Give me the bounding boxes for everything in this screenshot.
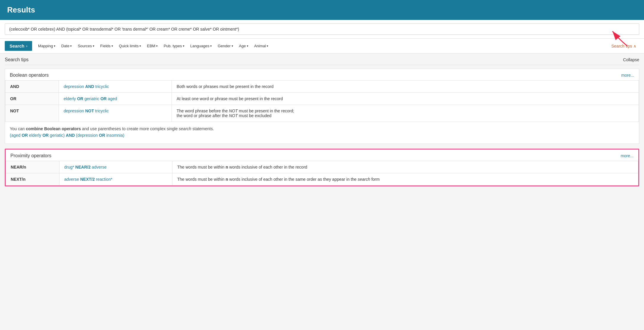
example-and: depression AND tricyclic (59, 81, 172, 93)
content-area: Search tips Collapse Boolean operators m… (0, 54, 644, 186)
example-near: drug* NEAR/2 adverse (59, 161, 172, 173)
table-row: NEXT/n adverse NEXT/2 reaction* The word… (6, 173, 638, 185)
proximity-more-link[interactable]: more... (621, 153, 634, 158)
languages-caret: ▾ (210, 44, 212, 48)
description-and: Both words or phrases must be present in… (172, 81, 639, 93)
operator-not: NOT (5, 105, 59, 122)
collapse-button[interactable]: Collapse (623, 57, 639, 62)
header-bar: Results (0, 0, 644, 20)
boolean-section-title: Boolean operators (10, 73, 49, 78)
description-next: The words must be within n words inclusi… (172, 173, 638, 185)
search-bar-container (0, 20, 644, 39)
page-title: Results (7, 5, 637, 15)
toolbar-gender[interactable]: Gender ▾ (215, 42, 235, 50)
example-or: elderly OR geriatric OR aged (59, 93, 172, 105)
pubtypes-caret: ▾ (183, 44, 184, 48)
age-label: Age (239, 44, 246, 48)
toolbar-right: Search tips ∧ (611, 44, 639, 48)
animal-caret: ▾ (267, 44, 268, 48)
search-tips-section-title: Search tips (5, 57, 29, 62)
description-near: The words must be within n words inclusi… (172, 161, 638, 173)
search-input[interactable] (5, 23, 639, 35)
table-row: AND depression AND tricyclic Both words … (5, 81, 639, 93)
search-tips-caret: ∧ (633, 44, 636, 48)
gender-label: Gender (218, 44, 230, 48)
search-button[interactable]: Search › (5, 41, 32, 51)
operator-or: OR (5, 93, 59, 105)
example-near-link[interactable]: drug* NEAR/2 adverse (64, 165, 106, 169)
combine-note: You can combine Boolean operators and us… (5, 122, 639, 144)
toolbar-ebm[interactable]: EBM ▾ (144, 42, 160, 50)
proximity-section-header: Proximity operators more... (6, 150, 638, 161)
pubtypes-label: Pub. types (164, 44, 182, 48)
example-not: depression NOT tricyclic (59, 105, 172, 122)
table-row: OR elderly OR geriatric OR aged At least… (5, 93, 639, 105)
table-row: NEAR/n drug* NEAR/2 adverse The words mu… (6, 161, 638, 173)
languages-label: Languages (190, 44, 209, 48)
example-not-link[interactable]: depression NOT tricyclic (64, 109, 109, 113)
quicklimits-label: Quick limits (119, 44, 139, 48)
mapping-caret: ▾ (54, 44, 55, 48)
search-button-arrow: › (26, 44, 27, 48)
gender-caret: ▾ (232, 44, 233, 48)
operator-next: NEXT/n (6, 173, 59, 185)
toolbar: Search › Mapping ▾ Date ▾ Sources ▾ Fiel… (0, 39, 644, 54)
toolbar-pubtypes[interactable]: Pub. types ▾ (161, 42, 186, 50)
toolbar-fields[interactable]: Fields ▾ (98, 42, 115, 50)
age-caret: ▾ (247, 44, 248, 48)
combine-example-link[interactable]: (aged OR elderly OR geriatic) AND (depre… (10, 133, 124, 138)
toolbar-age[interactable]: Age ▾ (237, 42, 251, 50)
toolbar-animal[interactable]: Animal ▾ (252, 42, 271, 50)
fields-label: Fields (100, 44, 111, 48)
search-button-label: Search (10, 43, 24, 48)
ebm-label: EBM (147, 44, 155, 48)
quicklimits-caret: ▾ (139, 44, 141, 48)
proximity-table: NEAR/n drug* NEAR/2 adverse The words mu… (6, 161, 638, 186)
toolbar-date[interactable]: Date ▾ (59, 42, 74, 50)
mapping-label: Mapping (38, 44, 53, 48)
annotation-arrow (610, 30, 633, 48)
table-row: NOT depression NOT tricyclic The word ph… (5, 105, 639, 122)
example-or-link[interactable]: elderly OR geriatric OR aged (64, 96, 117, 101)
toolbar-mapping[interactable]: Mapping ▾ (36, 42, 58, 50)
sources-caret: ▾ (93, 44, 94, 48)
example-and-link[interactable]: depression AND tricyclic (64, 84, 109, 89)
date-label: Date (61, 44, 69, 48)
search-tips-header: Search tips Collapse (5, 54, 639, 65)
toolbar-quicklimits[interactable]: Quick limits ▾ (117, 42, 143, 50)
operator-near: NEAR/n (6, 161, 59, 173)
boolean-operators-section: Boolean operators more... AND depression… (5, 69, 639, 144)
fields-caret: ▾ (111, 44, 113, 48)
toolbar-left: Search › Mapping ▾ Date ▾ Sources ▾ Fiel… (5, 41, 271, 51)
toolbar-sources[interactable]: Sources ▾ (75, 42, 97, 50)
date-caret: ▾ (70, 44, 72, 48)
sources-label: Sources (78, 44, 92, 48)
example-next: adverse NEXT/2 reaction* (59, 173, 172, 185)
operator-and: AND (5, 81, 59, 93)
ebm-caret: ▾ (156, 44, 158, 48)
boolean-more-link[interactable]: more... (621, 73, 634, 78)
boolean-table: AND depression AND tricyclic Both words … (5, 80, 639, 122)
proximity-operators-section: Proximity operators more... NEAR/n drug*… (5, 149, 639, 186)
boolean-section-header: Boolean operators more... (5, 69, 639, 80)
toolbar-languages[interactable]: Languages ▾ (188, 42, 214, 50)
description-or: At least one word or phrase must be pres… (172, 93, 639, 105)
description-not: The word phrase before the NOT must be p… (172, 105, 639, 122)
example-next-link[interactable]: adverse NEXT/2 reaction* (64, 177, 112, 182)
proximity-section-title: Proximity operators (10, 153, 51, 158)
animal-label: Animal (254, 44, 266, 48)
